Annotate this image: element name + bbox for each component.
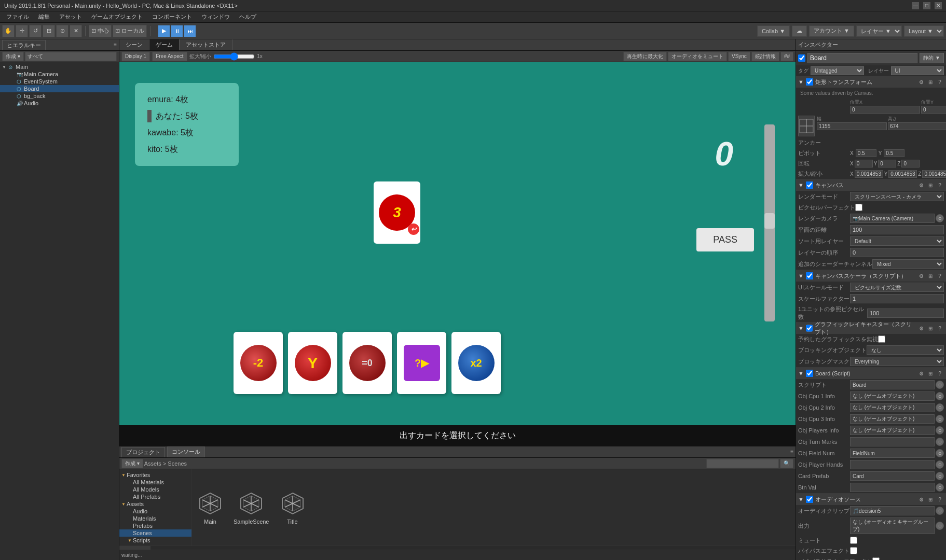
zoom-slider[interactable]	[213, 52, 255, 61]
audio-source-header[interactable]: ▼ オーディオソース ⚙ ⊞ ?	[796, 494, 946, 505]
card-prefab-select-btn[interactable]: ⊙	[936, 472, 944, 480]
raycaster-help-icon[interactable]: ?	[936, 324, 944, 332]
cpu3-select-btn[interactable]: ⊙	[936, 415, 944, 423]
audio-expand-icon[interactable]: ⊞	[926, 495, 935, 503]
blocking-mask-select[interactable]: Everything	[850, 357, 944, 366]
hierarchy-create-button[interactable]: 作成 ▾	[2, 52, 24, 61]
tab-console[interactable]: コンソール	[167, 446, 205, 457]
plane-dist-input[interactable]	[850, 225, 944, 234]
menu-component[interactable]: コンポーネント	[148, 12, 196, 22]
mute-checkbox[interactable]	[850, 537, 857, 544]
tool-rotate[interactable]: ↺	[29, 25, 42, 37]
project-scrollbar[interactable]	[119, 545, 796, 550]
ptree-assets[interactable]: ▼ Assets	[119, 500, 191, 508]
pixel-perfect-checkbox[interactable]	[855, 204, 862, 211]
project-search-btn[interactable]: 🔍	[780, 459, 793, 468]
maximize-button[interactable]: □	[923, 2, 930, 9]
canvas-header[interactable]: ▼ キャンバス ⚙ ⊞ ?	[796, 179, 946, 191]
scale-z-input[interactable]	[922, 170, 946, 178]
menu-window[interactable]: ウィンドウ	[197, 12, 234, 22]
board-help-icon[interactable]: ?	[936, 369, 944, 377]
output-select-btn[interactable]: ⊙	[936, 522, 944, 530]
scene-file-title[interactable]: Title	[280, 491, 306, 525]
turn-marks-select-btn[interactable]: ⊙	[936, 438, 944, 446]
pivot-x-input[interactable]	[856, 149, 876, 157]
ptree-audio[interactable]: Audio	[119, 508, 191, 515]
section-expand-icon[interactable]: ⊞	[926, 78, 935, 86]
mute-audio[interactable]: オーディオをミュート	[668, 52, 727, 61]
ptree-all-prefabs[interactable]: All Prefabs	[119, 493, 191, 500]
pivot-center[interactable]: ⊡ 中心	[89, 25, 112, 37]
hand-card-minus2[interactable]: -2	[234, 332, 283, 394]
hierarchy-item-maincamera[interactable]: 📷 Main Camera	[0, 71, 119, 78]
vsync-btn[interactable]: VSync	[728, 52, 750, 61]
canvas-scaler-toggle[interactable]	[806, 272, 813, 279]
tab-project[interactable]: プロジェクト	[121, 447, 165, 457]
audio-source-toggle[interactable]	[806, 496, 813, 503]
play-button[interactable]: ▶	[158, 25, 170, 37]
player-hands-select-btn[interactable]: ⊙	[936, 460, 944, 469]
menu-assets[interactable]: アセット	[55, 12, 86, 22]
tab-game[interactable]: ゲーム	[149, 39, 180, 50]
field-num-select-btn[interactable]: ⊙	[936, 449, 944, 457]
bypass-effects-checkbox[interactable]	[850, 547, 857, 554]
active-checkbox[interactable]	[798, 54, 805, 62]
graphic-raycaster-header[interactable]: ▼ グラフィックレイキャスター（スクリプト） ⚙ ⊞ ?	[796, 323, 946, 334]
display-select[interactable]: Display 1	[121, 52, 150, 61]
rect-transform-header[interactable]: ▼ 矩形トランスフォーム ⚙ ⊞ ?	[796, 76, 946, 88]
audio-settings-icon[interactable]: ⚙	[917, 495, 925, 503]
scene-file-main[interactable]: Main	[197, 491, 223, 525]
hierarchy-item-audio[interactable]: 🔊 Audio	[0, 100, 119, 107]
scaler-settings-icon[interactable]: ⚙	[917, 272, 925, 280]
pause-button[interactable]: ⏸	[171, 25, 183, 37]
hand-card-y[interactable]: Y	[288, 332, 337, 394]
btn-val-select-btn[interactable]: ⊙	[936, 483, 944, 492]
collab-button[interactable]: Collab ▼	[757, 25, 790, 37]
stats-btn[interactable]: 統計情報	[751, 52, 779, 61]
ptree-all-materials[interactable]: All Materials	[119, 479, 191, 486]
menu-file[interactable]: ファイル	[2, 12, 33, 22]
project-search-input[interactable]	[706, 459, 779, 468]
hand-card-x2[interactable]: x2	[451, 332, 501, 394]
ref-pixels-input[interactable]	[867, 309, 944, 318]
board-settings-icon[interactable]: ⚙	[917, 369, 925, 377]
static-button[interactable]: 静的 ▼	[920, 53, 944, 63]
ptree-prefabs[interactable]: Prefabs	[119, 522, 191, 529]
tab-assetstore[interactable]: アセットストア	[180, 39, 232, 50]
vertical-slider[interactable]	[764, 124, 775, 321]
scaler-expand-icon[interactable]: ⊞	[926, 272, 935, 280]
section-close-icon[interactable]: ?	[936, 78, 944, 86]
canvas-expand-icon[interactable]: ⊞	[926, 181, 935, 189]
tool-move[interactable]: ✛	[16, 25, 28, 37]
scale-factor-input[interactable]	[850, 294, 944, 303]
hierarchy-options[interactable]: ≡	[114, 42, 117, 48]
board-expand-icon[interactable]: ⊞	[926, 369, 935, 377]
scaler-help-icon[interactable]: ?	[936, 272, 944, 280]
close-button[interactable]: ✕	[935, 2, 942, 9]
width-input[interactable]	[817, 122, 887, 130]
gizmos-btn[interactable]: ##	[780, 52, 793, 61]
board-script-header[interactable]: ▼ Board (Script) ⚙ ⊞ ?	[796, 368, 946, 379]
hierarchy-item-main[interactable]: ▼ ⊙ Main	[0, 63, 119, 71]
pos-x-input[interactable]	[850, 106, 920, 114]
hand-card-eq0[interactable]: =0	[342, 332, 392, 394]
audio-help-icon[interactable]: ?	[936, 495, 944, 503]
ptree-materials[interactable]: Materials	[119, 515, 191, 522]
menu-gameobject[interactable]: ゲームオブジェクト	[87, 12, 147, 22]
board-script-toggle[interactable]	[806, 370, 813, 377]
minimize-button[interactable]: —	[912, 2, 919, 9]
menu-edit[interactable]: 編集	[34, 12, 54, 22]
maximize-on-play[interactable]: 再生時に最大化	[623, 52, 667, 61]
pivot-y-input[interactable]	[884, 149, 904, 157]
component-name-field[interactable]	[807, 53, 917, 63]
rot-z-input[interactable]	[901, 160, 920, 167]
tool-transform[interactable]: ✕	[70, 25, 82, 37]
raycaster-expand-icon[interactable]: ⊞	[926, 324, 935, 332]
sort-layer-select[interactable]: Default	[850, 236, 944, 246]
tool-rect[interactable]: ⊙	[56, 25, 68, 37]
tab-scene[interactable]: シーン	[119, 39, 149, 50]
pos-y-input[interactable]	[921, 106, 946, 114]
hierarchy-item-bgback[interactable]: ⬡ bg_back	[0, 92, 119, 100]
ui-scale-mode-select[interactable]: ピクセルサイズ定数	[850, 283, 944, 292]
tool-hand[interactable]: ✋	[2, 25, 15, 37]
